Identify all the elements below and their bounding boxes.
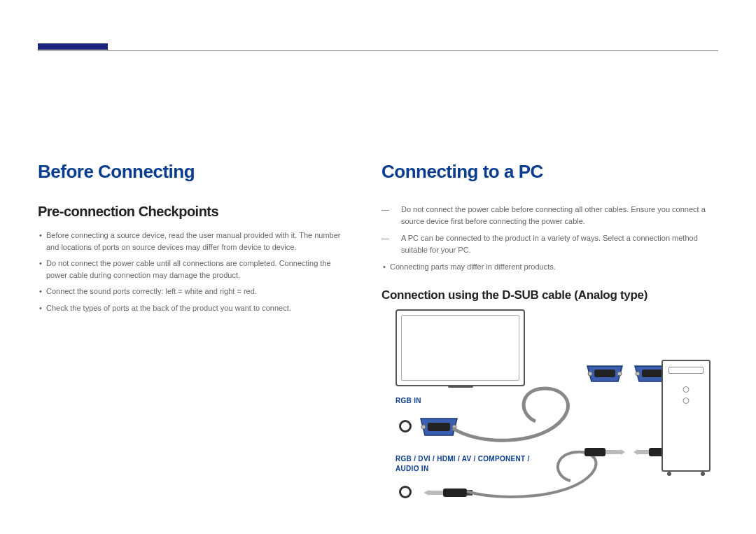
list-item: Check the types of ports at the back of …: [38, 302, 353, 314]
right-column: Connecting to a PC ― Do not connect the …: [382, 161, 724, 519]
connecting-parts-list: Connecting parts may differ in different…: [382, 261, 724, 273]
pc-button-icon: [683, 398, 690, 404]
svg-rect-0: [428, 423, 450, 431]
heading-connecting-pc: Connecting to a PC: [382, 161, 724, 183]
list-item: Connect the sound ports correctly: left …: [38, 286, 353, 297]
note-row: ― A PC can be connected to the product i…: [382, 232, 724, 255]
subheading-dsub: Connection using the D-SUB cable (Analog…: [382, 288, 724, 302]
svg-point-5: [617, 372, 622, 376]
svg-rect-17: [636, 450, 649, 454]
header-accent-bar: [38, 43, 108, 50]
port-ring-icon: [399, 486, 412, 498]
audio-plug-icon: [584, 446, 630, 458]
list-item: Connecting parts may differ in different…: [382, 261, 724, 273]
svg-point-7: [636, 372, 640, 376]
note-dash-icon: ―: [382, 232, 401, 255]
svg-marker-15: [621, 449, 625, 455]
note-text: Do not connect the power cable before co…: [401, 204, 724, 227]
pc-drive-icon: [668, 367, 704, 374]
header-rule: [38, 31, 718, 51]
pc-tower-icon: [662, 360, 710, 472]
list-item: Before connecting a source device, read …: [38, 230, 353, 253]
svg-rect-14: [606, 450, 621, 454]
vga-cable-icon: [451, 379, 620, 449]
svg-rect-9: [443, 489, 467, 497]
note-row: ― Do not connect the power cable before …: [382, 204, 724, 227]
svg-rect-3: [594, 370, 615, 377]
connection-diagram: RGB IN RGB / DVI / HDMI / AV / COMPONENT…: [382, 309, 718, 519]
port-ring-icon: [399, 420, 412, 433]
vga-connector-icon: [584, 362, 625, 386]
subheading-preconnection: Pre-connection Checkpoints: [38, 204, 353, 220]
svg-point-1: [421, 425, 426, 429]
note-text: A PC can be connected to the product in …: [401, 232, 724, 255]
left-column: Before Connecting Pre-connection Checkpo…: [38, 161, 353, 318]
pc-foot-icon: [701, 472, 705, 476]
svg-rect-13: [584, 448, 606, 456]
preconnection-list: Before connecting a source device, read …: [38, 230, 353, 314]
note-dash-icon: ―: [382, 204, 401, 227]
svg-point-4: [588, 372, 592, 376]
label-rgb-in: RGB IN: [396, 397, 421, 405]
pc-button-icon: [683, 386, 690, 393]
list-item: Do not connect the power cable until all…: [38, 258, 353, 281]
svg-rect-6: [642, 370, 663, 377]
svg-rect-10: [429, 491, 443, 495]
pc-foot-icon: [667, 472, 671, 476]
svg-marker-11: [424, 490, 429, 496]
svg-marker-18: [634, 449, 638, 455]
monitor-icon: [396, 309, 525, 386]
heading-before-connecting: Before Connecting: [38, 161, 353, 183]
